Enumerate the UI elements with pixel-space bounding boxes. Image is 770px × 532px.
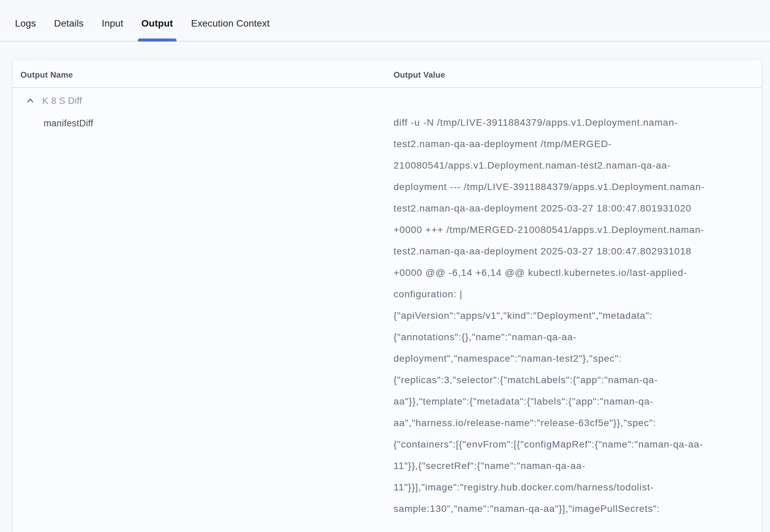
active-tab-indicator (138, 38, 176, 42)
tab-details[interactable]: Details (54, 18, 84, 41)
table-row: manifestDiff diff -u -N /tmp/LIVE-391188… (13, 112, 761, 519)
tab-logs[interactable]: Logs (15, 18, 36, 41)
tab-details-label: Details (54, 18, 84, 29)
table-header-row: Output Name Output Value (13, 60, 761, 88)
column-header-output-name: Output Name (13, 70, 394, 80)
output-name-cell: manifestDiff (13, 112, 394, 129)
tab-output-label: Output (141, 18, 173, 29)
tab-input-label: Input (102, 18, 123, 29)
output-table-card: Output Name Output Value K 8 S Diff mani… (13, 60, 761, 532)
tab-execution-context[interactable]: Execution Context (191, 18, 270, 41)
tab-bar: Logs Details Input Output Execution Cont… (0, 0, 770, 42)
output-value-cell: diff -u -N /tmp/LIVE-3911884379/apps.v1.… (394, 112, 761, 519)
tab-output[interactable]: Output (141, 18, 173, 41)
tab-execution-context-label: Execution Context (191, 18, 270, 29)
tab-logs-label: Logs (15, 18, 36, 29)
table-body: K 8 S Diff manifestDiff diff -u -N /tmp/… (13, 94, 761, 519)
output-group-label: K 8 S Diff (42, 96, 82, 106)
output-group-row-k8s-diff[interactable]: K 8 S Diff (13, 94, 761, 108)
tab-input[interactable]: Input (102, 18, 123, 41)
chevron-up-icon[interactable] (26, 96, 35, 106)
column-header-output-value: Output Value (394, 70, 761, 80)
